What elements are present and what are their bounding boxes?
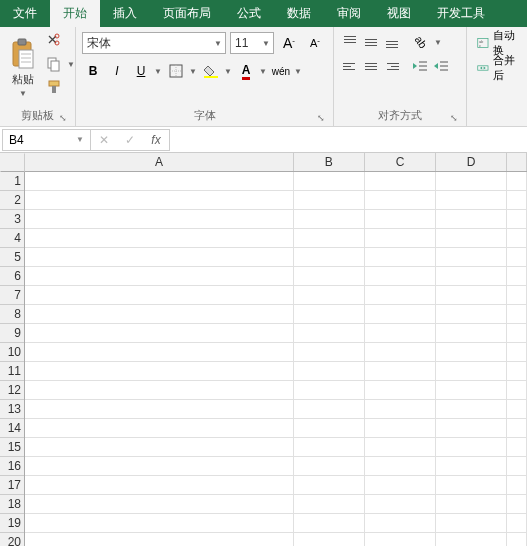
row-header[interactable]: 13 — [0, 400, 24, 419]
wrap-text-button[interactable]: abc 自动换 — [473, 32, 521, 54]
row-header[interactable]: 6 — [0, 267, 24, 286]
cell[interactable] — [365, 305, 436, 324]
row-header[interactable]: 3 — [0, 210, 24, 229]
cell[interactable] — [436, 286, 507, 305]
decrease-indent-button[interactable] — [410, 56, 430, 76]
cell[interactable] — [25, 267, 294, 286]
cell[interactable] — [294, 457, 365, 476]
copy-button[interactable] — [43, 53, 65, 75]
cell[interactable] — [25, 210, 294, 229]
tab-home[interactable]: 开始 — [50, 0, 100, 27]
align-left-button[interactable] — [340, 56, 360, 76]
cell[interactable] — [436, 362, 507, 381]
cell[interactable] — [507, 533, 527, 546]
font-name-combo[interactable]: 宋体▼ — [82, 32, 226, 54]
column-header[interactable]: D — [436, 153, 507, 171]
row-header[interactable]: 11 — [0, 362, 24, 381]
align-right-button[interactable] — [382, 56, 402, 76]
cell[interactable] — [365, 286, 436, 305]
cell[interactable] — [365, 267, 436, 286]
cell[interactable] — [25, 305, 294, 324]
fill-color-dropdown[interactable]: ▼ — [223, 60, 233, 82]
cell[interactable] — [294, 191, 365, 210]
cell[interactable] — [294, 419, 365, 438]
cell[interactable] — [436, 495, 507, 514]
row-header[interactable]: 15 — [0, 438, 24, 457]
cell[interactable] — [25, 248, 294, 267]
cell[interactable] — [507, 286, 527, 305]
tab-pagelayout[interactable]: 页面布局 — [150, 0, 224, 27]
cell[interactable] — [436, 305, 507, 324]
font-color-dropdown[interactable]: ▼ — [258, 60, 268, 82]
cell[interactable] — [25, 438, 294, 457]
cell[interactable] — [507, 438, 527, 457]
cell[interactable] — [294, 286, 365, 305]
cell[interactable] — [436, 438, 507, 457]
tab-view[interactable]: 视图 — [374, 0, 424, 27]
select-all-corner[interactable] — [0, 153, 25, 172]
cell[interactable] — [25, 324, 294, 343]
formula-input[interactable] — [170, 127, 527, 152]
cell[interactable] — [507, 362, 527, 381]
cell[interactable] — [436, 324, 507, 343]
cell[interactable] — [25, 476, 294, 495]
row-header[interactable]: 10 — [0, 343, 24, 362]
increase-font-button[interactable]: Aˆ — [278, 32, 300, 54]
cell[interactable] — [365, 191, 436, 210]
cell[interactable] — [507, 514, 527, 533]
row-header[interactable]: 19 — [0, 514, 24, 533]
cell[interactable] — [365, 476, 436, 495]
cell[interactable] — [365, 457, 436, 476]
increase-indent-button[interactable] — [431, 56, 451, 76]
tab-formulas[interactable]: 公式 — [224, 0, 274, 27]
bold-button[interactable]: B — [82, 60, 104, 82]
row-header[interactable]: 16 — [0, 457, 24, 476]
cancel-formula-button[interactable]: ✕ — [91, 133, 117, 147]
merge-button[interactable]: 合并后 — [473, 57, 521, 79]
cell[interactable] — [294, 400, 365, 419]
cell[interactable] — [294, 229, 365, 248]
cell[interactable] — [25, 191, 294, 210]
cell[interactable] — [294, 381, 365, 400]
border-dropdown[interactable]: ▼ — [188, 60, 198, 82]
copy-dropdown[interactable]: ▼ — [66, 53, 76, 75]
row-header[interactable]: 5 — [0, 248, 24, 267]
cell[interactable] — [507, 305, 527, 324]
cell[interactable] — [436, 457, 507, 476]
cell[interactable] — [507, 495, 527, 514]
cell[interactable] — [436, 476, 507, 495]
row-header[interactable]: 8 — [0, 305, 24, 324]
row-header[interactable]: 20 — [0, 533, 24, 546]
cell[interactable] — [436, 191, 507, 210]
name-box[interactable]: B4 ▼ — [2, 129, 90, 151]
cell[interactable] — [25, 514, 294, 533]
tab-data[interactable]: 数据 — [274, 0, 324, 27]
enter-formula-button[interactable]: ✓ — [117, 133, 143, 147]
tab-file[interactable]: 文件 — [0, 0, 50, 27]
tab-developer[interactable]: 开发工具 — [424, 0, 498, 27]
align-middle-button[interactable] — [361, 32, 381, 52]
cell[interactable] — [25, 533, 294, 546]
cell[interactable] — [294, 438, 365, 457]
cell[interactable] — [365, 419, 436, 438]
phonetic-button[interactable]: wén — [270, 60, 292, 82]
row-header[interactable]: 9 — [0, 324, 24, 343]
cell[interactable] — [436, 533, 507, 546]
align-center-button[interactable] — [361, 56, 381, 76]
cell[interactable] — [436, 381, 507, 400]
underline-dropdown[interactable]: ▼ — [153, 60, 163, 82]
tab-review[interactable]: 审阅 — [324, 0, 374, 27]
tab-insert[interactable]: 插入 — [100, 0, 150, 27]
underline-button[interactable]: U — [130, 60, 152, 82]
cell[interactable] — [507, 191, 527, 210]
cell[interactable] — [507, 229, 527, 248]
cell[interactable] — [294, 305, 365, 324]
font-color-button[interactable]: A — [235, 60, 257, 82]
row-header[interactable]: 12 — [0, 381, 24, 400]
cell[interactable] — [294, 210, 365, 229]
paste-button[interactable]: 粘贴 ▼ — [4, 30, 42, 106]
cell[interactable] — [25, 362, 294, 381]
orientation-dropdown[interactable]: ▼ — [433, 32, 443, 52]
cell[interactable] — [294, 476, 365, 495]
column-header[interactable]: B — [294, 153, 365, 171]
